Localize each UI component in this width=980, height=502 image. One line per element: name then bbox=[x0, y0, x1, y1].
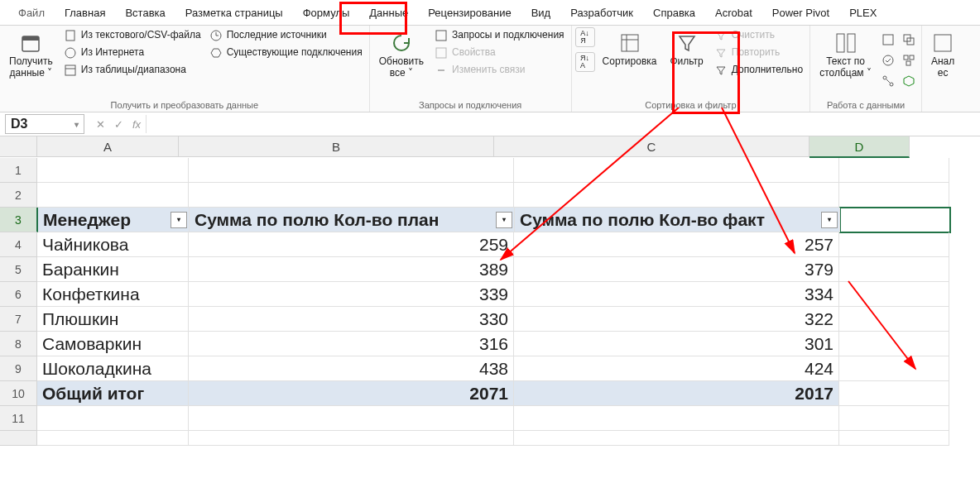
sort-asc-button[interactable]: А↓Я bbox=[575, 27, 595, 47]
queries-button[interactable]: Запросы и подключения bbox=[431, 27, 568, 44]
get-data-button[interactable]: Получить данные ˅ bbox=[3, 27, 59, 82]
cell[interactable]: 339 bbox=[189, 282, 514, 307]
tab-file[interactable]: Файл bbox=[10, 3, 53, 22]
properties-button[interactable]: Свойства bbox=[431, 45, 568, 61]
cell[interactable]: Конфеткина bbox=[37, 282, 189, 307]
cancel-formula-icon[interactable]: ✕ bbox=[91, 118, 109, 131]
edit-links-button[interactable]: Изменить связи bbox=[431, 62, 568, 79]
cell[interactable]: 257 bbox=[514, 232, 839, 257]
pivot-header-fact[interactable]: Сумма по полю Кол-во факт▾ bbox=[515, 208, 840, 232]
column-header-d[interactable]: D bbox=[809, 136, 910, 158]
row-header[interactable]: 4 bbox=[0, 232, 37, 257]
tab-insert[interactable]: Вставка bbox=[117, 3, 173, 22]
cell[interactable]: Шоколадкина bbox=[37, 356, 189, 381]
column-header-a[interactable]: A bbox=[37, 136, 179, 157]
column-header-c[interactable]: C bbox=[494, 136, 809, 157]
cell[interactable] bbox=[839, 356, 949, 381]
cell[interactable]: Плюшкин bbox=[37, 307, 189, 332]
row-header[interactable]: 1 bbox=[0, 158, 37, 183]
reapply-filter-button[interactable]: Повторить bbox=[711, 45, 806, 61]
sort-desc-button[interactable]: Я↓А bbox=[575, 52, 595, 72]
cell[interactable]: 424 bbox=[514, 356, 839, 381]
total-fact-cell[interactable]: 2017 bbox=[514, 381, 839, 406]
filter-dropdown-icon[interactable]: ▾ bbox=[171, 212, 187, 228]
from-web-button[interactable]: Из Интернета bbox=[60, 45, 204, 61]
filter-dropdown-icon[interactable]: ▾ bbox=[821, 212, 838, 228]
cell[interactable]: 301 bbox=[514, 332, 839, 356]
tab-plex[interactable]: PLEX bbox=[841, 3, 885, 22]
tab-layout[interactable]: Разметка страницы bbox=[177, 3, 291, 22]
cell[interactable] bbox=[839, 431, 949, 446]
row-header[interactable]: 5 bbox=[0, 257, 37, 282]
from-csv-button[interactable]: Из текстового/CSV-файла bbox=[60, 27, 204, 44]
filter-button[interactable]: Фильтр bbox=[664, 27, 709, 70]
pivot-header-plan[interactable]: Сумма по полю Кол-во план▾ bbox=[190, 208, 515, 232]
data-model-button[interactable] bbox=[900, 72, 918, 90]
cell[interactable] bbox=[839, 406, 949, 431]
cell[interactable] bbox=[189, 183, 514, 208]
cell[interactable]: 379 bbox=[514, 257, 839, 282]
row-header[interactable]: 10 bbox=[0, 381, 37, 406]
tab-data[interactable]: Данные bbox=[361, 3, 416, 22]
relationships-button[interactable] bbox=[879, 72, 897, 90]
row-header[interactable]: 6 bbox=[0, 282, 37, 307]
column-header-b[interactable]: B bbox=[179, 136, 494, 157]
cell[interactable]: 259 bbox=[189, 232, 514, 257]
total-label-cell[interactable]: Общий итог bbox=[37, 381, 189, 406]
cell[interactable] bbox=[839, 282, 949, 307]
consolidate-button[interactable] bbox=[900, 51, 918, 69]
clear-filter-button[interactable]: Очистить bbox=[711, 27, 806, 44]
flash-fill-button[interactable] bbox=[879, 31, 897, 49]
cell[interactable]: Самоваркин bbox=[37, 332, 189, 356]
data-validation-button[interactable] bbox=[879, 51, 897, 69]
cell[interactable]: 322 bbox=[514, 307, 839, 332]
row-header[interactable]: 3 bbox=[0, 208, 38, 232]
cell[interactable]: Баранкин bbox=[37, 257, 189, 282]
cell[interactable] bbox=[514, 183, 839, 208]
cell[interactable]: 316 bbox=[189, 332, 514, 356]
name-box[interactable]: D3▾ bbox=[5, 114, 84, 134]
formula-input[interactable] bbox=[146, 115, 980, 133]
pivot-header-manager[interactable]: Менеджер▾ bbox=[38, 208, 190, 232]
cell[interactable]: 330 bbox=[189, 307, 514, 332]
from-table-button[interactable]: Из таблицы/диапазона bbox=[60, 62, 204, 79]
enter-formula-icon[interactable]: ✓ bbox=[109, 118, 127, 131]
refresh-all-button[interactable]: Обновить все ˅ bbox=[373, 27, 430, 82]
row-header[interactable]: 2 bbox=[0, 183, 37, 208]
total-plan-cell[interactable]: 2071 bbox=[189, 381, 514, 406]
cell[interactable] bbox=[839, 158, 949, 183]
active-cell[interactable] bbox=[840, 208, 950, 232]
sort-button[interactable]: Сортировка bbox=[597, 27, 663, 70]
existing-connections-button[interactable]: Существующие подключения bbox=[206, 45, 366, 61]
tab-developer[interactable]: Разработчик bbox=[562, 3, 641, 22]
cell[interactable]: 389 bbox=[189, 257, 514, 282]
row-header[interactable]: 8 bbox=[0, 332, 37, 356]
cell[interactable] bbox=[839, 257, 949, 282]
tab-view[interactable]: Вид bbox=[523, 3, 560, 22]
remove-dup-button[interactable] bbox=[900, 31, 918, 49]
fx-icon[interactable]: fx bbox=[127, 118, 146, 131]
text-to-columns-button[interactable]: Текст по столбцам ˅ bbox=[814, 27, 877, 82]
row-header[interactable]: 11 bbox=[0, 406, 37, 431]
tab-home[interactable]: Главная bbox=[56, 3, 113, 22]
cell[interactable] bbox=[37, 406, 189, 431]
select-all-corner[interactable] bbox=[0, 136, 37, 157]
row-header[interactable]: 7 bbox=[0, 307, 37, 332]
cell[interactable] bbox=[839, 307, 949, 332]
cell[interactable]: 438 bbox=[189, 356, 514, 381]
cell[interactable] bbox=[839, 332, 949, 356]
cell[interactable] bbox=[514, 431, 839, 446]
analysis-button[interactable]: Анал ес bbox=[925, 27, 960, 82]
tab-formulas[interactable]: Формулы bbox=[295, 3, 358, 22]
tab-powerpivot[interactable]: Power Pivot bbox=[764, 3, 838, 22]
cell[interactable] bbox=[37, 183, 189, 208]
cell[interactable] bbox=[189, 158, 514, 183]
cell[interactable] bbox=[189, 406, 514, 431]
cell[interactable] bbox=[37, 431, 189, 446]
tab-acrobat[interactable]: Acrobat bbox=[707, 3, 761, 22]
cell[interactable] bbox=[514, 158, 839, 183]
row-header[interactable] bbox=[0, 431, 37, 446]
recent-sources-button[interactable]: Последние источники bbox=[206, 27, 366, 44]
cell[interactable]: Чайникова bbox=[37, 232, 189, 257]
filter-dropdown-icon[interactable]: ▾ bbox=[496, 212, 512, 228]
